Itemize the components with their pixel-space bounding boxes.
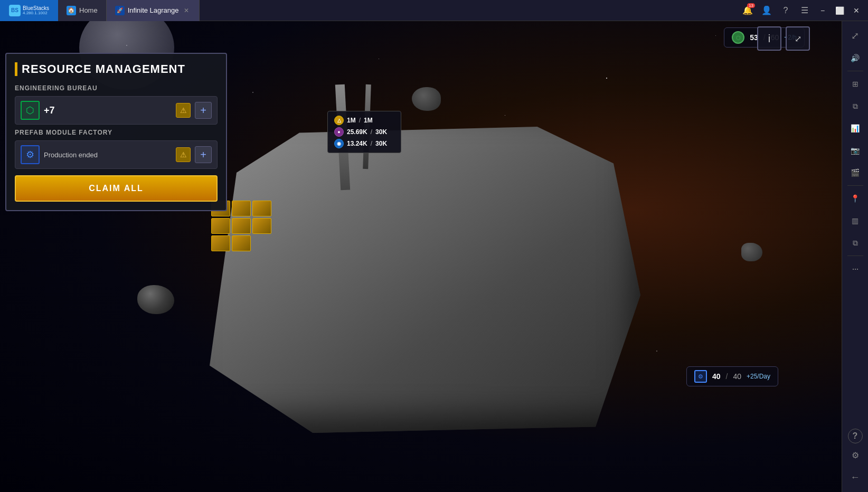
tab-game[interactable]: 🚀 Infinite Lagrange ✕ (107, 0, 200, 21)
bottom-resource-max: 40 (733, 372, 741, 381)
engineering-value: +7 (44, 105, 172, 116)
home-tab-icon: 🏠 (67, 6, 76, 15)
space-station (158, 84, 842, 492)
bottom-resource-rate: +25/Day (747, 373, 770, 380)
gold-resource-icon: △ (334, 116, 344, 125)
asteroid1 (137, 285, 174, 314)
sidebar-more-button[interactable]: ··· (845, 258, 866, 279)
sidebar-copy-button[interactable]: ⧉ (845, 96, 866, 117)
prefab-building-icon: ⚙ (21, 145, 40, 164)
resource-row-purple: ● 25.69K / 30K (334, 127, 394, 137)
sidebar-volume-button[interactable]: 🔊 (845, 48, 866, 69)
sidebar-video-button[interactable]: 🎬 (845, 162, 866, 183)
engineering-building-row: ⬡ +7 ⚠ + (15, 96, 218, 125)
sidebar-settings-button[interactable]: ⚙ (845, 444, 866, 466)
game-top-right-buttons: i ⤢ (757, 26, 810, 51)
menu-button[interactable]: ☰ (796, 2, 813, 19)
engineering-warning-icon[interactable]: ⚠ (176, 103, 191, 118)
game-area: △ 1M / 1M ● 25.69K / 30K ◉ 13.24K / 30K … (0, 21, 842, 492)
sidebar-location-button[interactable]: 📍 (845, 188, 866, 209)
tab-close-button[interactable]: ✕ (182, 6, 191, 15)
sidebar-divider2 (847, 185, 863, 186)
sidebar-back-button[interactable]: ← (845, 467, 866, 488)
prefab-add-button[interactable]: + (195, 146, 212, 163)
sidebar-divider1 (847, 71, 863, 71)
blue-resource-icon: ◉ (334, 139, 344, 148)
prefab-status: Production ended (44, 151, 172, 159)
resource-management-panel: RESOURCE MANAGEMENT ENGINEERING BUREAU ⬡… (5, 53, 227, 211)
bottom-resource-bar: ⚙ 40 / 40 +25/Day (686, 366, 778, 386)
tab-home[interactable]: 🏠 Home (58, 0, 107, 21)
right-sidebar: ⤢ 🔊 ⊞ ⧉ 📊 📷 🎬 📍 ▥ ⧉ ··· ? ⚙ ← (842, 21, 868, 492)
prefab-warning-icon[interactable]: ⚠ (176, 147, 191, 162)
sidebar-divider3 (847, 256, 863, 256)
sidebar-layout-button[interactable]: ⊞ (845, 73, 866, 94)
bottom-resource-icon: ⚙ (694, 370, 707, 383)
minimize-button[interactable]: − (815, 3, 830, 18)
sidebar-help-button[interactable]: ? (848, 429, 863, 443)
title-bar: BS BlueStacks 4.280.1.1002 🏠 Home 🚀 Infi… (0, 0, 868, 21)
sidebar-expand-button[interactable]: ⤢ (845, 25, 866, 46)
panel-title: RESOURCE MANAGEMENT (15, 62, 218, 76)
prefab-section-label: PREFAB MODULE FACTORY (15, 129, 218, 136)
bottom-resource-current: 40 (712, 372, 721, 381)
account-button[interactable]: 👤 (758, 2, 775, 19)
resource-row-blue: ◉ 13.24K / 30K (334, 139, 394, 148)
purple-resource-icon: ● (334, 127, 344, 137)
top-resource-icon: ⬡ (732, 31, 744, 44)
engineering-building-icon: ⬡ (21, 101, 40, 120)
claim-all-button[interactable]: CLAIM ALL (15, 175, 218, 202)
sidebar-panel-button[interactable]: ▥ (845, 210, 866, 231)
notifications-button[interactable]: 🔔 13 (739, 2, 756, 19)
sidebar-screenshot-button[interactable]: 📷 (845, 140, 866, 161)
sidebar-layers-button[interactable]: ⧉ (845, 232, 866, 253)
game-tab-icon: 🚀 (115, 6, 125, 15)
info-button[interactable]: i (757, 26, 781, 51)
close-button[interactable]: ✕ (849, 3, 864, 18)
engineering-building-info: +7 (44, 105, 172, 116)
engineering-add-button[interactable]: + (195, 102, 212, 119)
asteroid2 (412, 87, 441, 111)
bluestacks-text: BlueStacks 4.280.1.1002 (23, 5, 49, 16)
bluestacks-logo: BS BlueStacks 4.280.1.1002 (0, 0, 58, 21)
fullscreen-button[interactable]: ⤢ (786, 26, 810, 51)
bluestacks-icon: BS (9, 5, 21, 16)
title-bar-right: 🔔 13 👤 ? ☰ − ⬜ ✕ (739, 2, 868, 19)
station-main-body (201, 127, 649, 433)
asteroid3 (741, 243, 762, 261)
engineering-section-label: ENGINEERING BUREAU (15, 84, 218, 92)
resources-tooltip: △ 1M / 1M ● 25.69K / 30K ◉ 13.24K / 30K (327, 111, 401, 153)
notification-badge: 13 (747, 3, 755, 8)
sidebar-analytics-button[interactable]: 📊 (845, 118, 866, 139)
prefab-building-row: ⚙ Production ended ⚠ + (15, 140, 218, 169)
resource-row-gold: △ 1M / 1M (334, 116, 394, 125)
prefab-building-info: Production ended (44, 151, 172, 159)
help-button[interactable]: ? (777, 2, 794, 19)
title-bar-left: BS BlueStacks 4.280.1.1002 🏠 Home 🚀 Infi… (0, 0, 200, 21)
maximize-button[interactable]: ⬜ (832, 3, 847, 18)
